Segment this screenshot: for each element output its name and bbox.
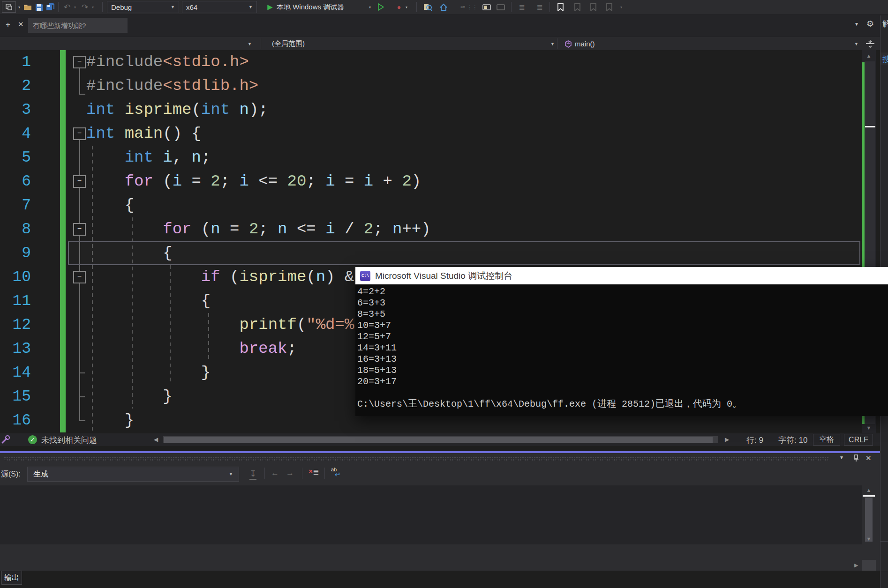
code-line-5[interactable]: int i, n; — [86, 146, 211, 170]
horizontal-scrollbar-thumb[interactable] — [164, 437, 713, 443]
match-brace-icon[interactable] — [481, 1, 492, 13]
scroll-down-icon[interactable]: ▼ — [862, 536, 876, 542]
bookmark-clear-icon[interactable] — [604, 1, 614, 13]
fold-collapse-icon[interactable]: − — [73, 175, 86, 188]
code-line-4[interactable]: int main() { — [86, 122, 201, 146]
code-line-15[interactable]: } — [86, 385, 173, 409]
save-all-icon[interactable] — [45, 1, 56, 13]
scroll-down-icon[interactable]: ▼ — [862, 425, 876, 431]
code-line-6[interactable]: for (i = 2; i <= 20; i = i + 2) — [86, 170, 421, 194]
split-editor-button[interactable] — [865, 39, 876, 51]
header-separator — [264, 468, 265, 479]
bookmark-prev-icon[interactable] — [572, 1, 582, 13]
bookmark-next-icon[interactable] — [588, 1, 598, 13]
close-panel-icon[interactable]: ✕ — [865, 454, 872, 462]
open-folder-icon[interactable] — [23, 1, 33, 13]
panel-drag-grip[interactable] — [4, 456, 829, 461]
platform-combo[interactable]: x64 ▼ — [182, 1, 257, 13]
redo-dropdown-icon[interactable]: ▾ — [90, 1, 95, 13]
output-vertical-scrollbar[interactable]: ▲ ▼ — [862, 485, 876, 544]
box-outline-icon[interactable] — [495, 1, 506, 13]
code-line-12[interactable]: printf("%d=% — [86, 313, 354, 337]
code-token: for — [163, 220, 191, 238]
console-title-bar[interactable]: C:\ Microsoft Visual Studio 调试控制台 — [355, 267, 888, 284]
eol-indicator[interactable]: CRLF — [844, 434, 873, 446]
window-dropdown-icon[interactable]: ▾ — [17, 1, 22, 13]
code-line-9[interactable]: { — [86, 241, 173, 265]
breakpoint-circle-icon[interactable]: ● — [395, 1, 403, 13]
import-log-icon[interactable]: ↧ — [249, 469, 256, 480]
scroll-right-icon[interactable]: ▶ — [854, 562, 858, 568]
scope-dropdown[interactable]: (全局范围) ▼ — [261, 37, 557, 51]
pin-icon[interactable]: + — [6, 20, 10, 30]
edge-toolbar-fragment[interactable]: 搜 — [880, 52, 888, 65]
cursor-line-indicator[interactable]: 行: 9 — [746, 435, 763, 446]
chevron-down-icon[interactable]: ▼ — [839, 455, 844, 460]
gear-icon[interactable]: ⚙ — [866, 19, 874, 29]
fold-collapse-icon[interactable]: − — [73, 127, 86, 140]
spaces-indicator[interactable]: 空格 — [813, 434, 840, 446]
code-line-14[interactable]: } — [86, 361, 211, 385]
pin-panel-icon[interactable] — [852, 454, 860, 464]
navigate-home-icon[interactable] — [438, 1, 449, 13]
output-horizontal-scrollbar[interactable]: ▶ — [0, 560, 880, 571]
start-debug-play-icon[interactable]: ▶ — [265, 1, 275, 13]
code-line-16[interactable]: } — [86, 409, 134, 432]
search-input[interactable] — [28, 18, 128, 33]
redo-icon[interactable]: ↷ — [80, 1, 90, 13]
scrollbar-thumb[interactable] — [865, 498, 873, 542]
code-health-icon[interactable] — [1, 435, 10, 447]
start-debug-button[interactable]: 本地 Windows 调试器 — [277, 1, 366, 13]
scroll-up-icon[interactable]: ▲ — [862, 487, 876, 493]
code-token: isprime — [239, 268, 306, 286]
scroll-up-icon[interactable]: ▲ — [862, 53, 876, 59]
console-output[interactable]: 4=2+26=3+38=3+510=3+712=5+714=3+1116=3+1… — [355, 284, 888, 416]
function-dropdown[interactable]: main() ▼ — [557, 37, 862, 51]
solution-config-combo[interactable]: Debug ▼ — [107, 1, 179, 13]
window-icon[interactable] — [2, 1, 16, 13]
save-icon[interactable] — [34, 1, 44, 13]
find-in-files-icon[interactable] — [422, 1, 433, 13]
output-source-dropdown[interactable]: 生成 ▼ — [27, 467, 239, 482]
outdent-lines-icon[interactable]: ≣ — [534, 1, 545, 13]
close-icon[interactable]: ✕ — [18, 20, 24, 29]
start-without-debug-icon[interactable] — [376, 1, 385, 13]
scroll-left-icon[interactable]: ◀ — [154, 436, 158, 443]
fold-collapse-icon[interactable]: − — [73, 223, 86, 236]
breakpoint-dropdown-icon[interactable]: ▾ — [404, 1, 409, 13]
project-dropdown[interactable]: ▼ — [0, 37, 261, 51]
indent-lines-icon[interactable]: ≣ — [517, 1, 527, 13]
code-line-8[interactable]: for (n = 2; n <= i / 2; n++) — [86, 217, 431, 241]
code-line-13[interactable]: break; — [86, 337, 297, 361]
code-line-10[interactable]: if (isprime(n) & — [86, 265, 354, 289]
start-debug-dropdown-icon[interactable]: ▾ — [368, 1, 372, 13]
cursor-col-indicator[interactable]: 字符: 10 — [778, 435, 807, 446]
solution-explorer-edge-label[interactable]: 解 — [882, 18, 888, 29]
code-token: ); — [249, 101, 268, 119]
code-line-11[interactable]: { — [86, 289, 211, 313]
fold-collapse-icon[interactable]: − — [73, 271, 86, 283]
source-label: 源(S): — [1, 469, 21, 479]
code-token: = — [182, 172, 211, 190]
next-message-icon[interactable]: → — [286, 469, 294, 478]
bookmark-dropdown-icon[interactable]: ▾ — [618, 1, 625, 13]
fold-collapse-icon[interactable]: − — [73, 56, 86, 68]
chevron-down-icon[interactable]: ▼ — [854, 22, 859, 27]
health-status-text[interactable]: 未找到相关问题 — [41, 435, 97, 446]
output-tab[interactable]: 输出 — [1, 571, 22, 585]
nav-lines-dropdown-icon[interactable]: ≡▾ — [459, 1, 466, 13]
output-panel-body[interactable] — [0, 485, 862, 544]
debug-console-window[interactable]: C:\ Microsoft Visual Studio 调试控制台 4=2+26… — [355, 267, 888, 416]
undo-icon[interactable]: ↶ — [62, 1, 72, 13]
horizontal-scrollbar[interactable] — [163, 436, 718, 443]
code-token: n — [392, 220, 402, 238]
undo-dropdown-icon[interactable]: ▾ — [73, 1, 77, 13]
line-number: 15 — [0, 385, 31, 409]
prev-message-icon[interactable]: ← — [271, 469, 279, 478]
code-line-1[interactable]: #include<stdio.h> — [86, 50, 249, 74]
bookmark-toggle-icon[interactable] — [555, 1, 565, 13]
code-line-7[interactable]: { — [86, 194, 134, 217]
code-line-3[interactable]: int isprime(int n); — [86, 98, 268, 122]
code-line-2[interactable]: #include<stdlib.h> — [86, 74, 258, 98]
scroll-right-icon[interactable]: ▶ — [725, 436, 729, 443]
